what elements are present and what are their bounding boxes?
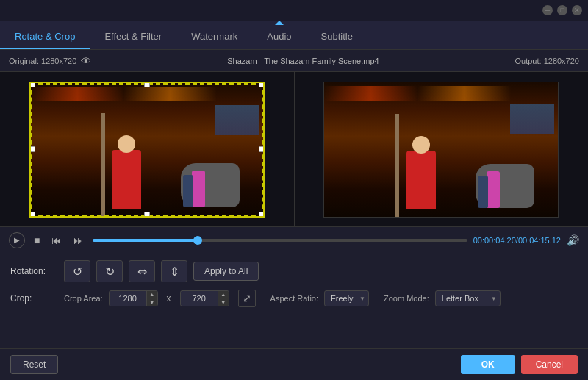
eye-icon[interactable]: 👁 xyxy=(81,55,91,67)
flip-h-button[interactable]: ⇔ xyxy=(129,260,155,282)
crop-height-input-group: ▲ ▼ xyxy=(180,290,229,306)
rotation-row: Rotation: ↺ ↻ ⇔ ⇕ Apply to All xyxy=(10,260,578,282)
progress-thumb[interactable] xyxy=(193,236,202,245)
preview-left xyxy=(0,72,295,226)
crop-height-up[interactable]: ▲ xyxy=(218,291,229,298)
reset-button[interactable]: Reset xyxy=(10,355,58,374)
aspect-ratio-dropdown-wrapper: Freely 16:9 4:3 1:1 9:16 xyxy=(324,290,369,306)
tab-effect-filter[interactable]: Effect & Filter xyxy=(90,25,176,49)
volume-icon[interactable]: 🔊 xyxy=(567,234,579,246)
video-frame-left xyxy=(29,82,265,218)
video-frame-right xyxy=(323,82,559,218)
tab-audio[interactable]: Audio xyxy=(252,25,306,49)
rotate-cw-button[interactable]: ↻ xyxy=(96,260,123,282)
scene-bg-left xyxy=(31,83,263,216)
original-size-label: Original: 1280x720 xyxy=(9,57,76,65)
zoom-mode-dropdown-wrapper: Letter Box Pan & Scan Full xyxy=(435,290,501,306)
crop-height-spinners: ▲ ▼ xyxy=(218,291,229,306)
cancel-button[interactable]: Cancel xyxy=(521,355,578,374)
crop-row: Crop: Crop Area: ▲ ▼ x ▲ ▼ ⤢ Aspect xyxy=(10,290,578,307)
filename: Shazam - The Shazam Family Scene.mp4 xyxy=(227,57,379,65)
stop-button[interactable]: ■ xyxy=(31,233,43,248)
crop-label: Crop: xyxy=(10,293,58,304)
crop-height-input[interactable] xyxy=(181,292,218,305)
step-forward-button[interactable]: ⏭ xyxy=(71,233,87,248)
rotate-ccw-button[interactable]: ↺ xyxy=(64,260,90,282)
controls-area: Rotation: ↺ ↻ ⇔ ⇕ Apply to All Crop: Cro… xyxy=(0,253,588,348)
maximize-button[interactable]: □ xyxy=(557,5,567,15)
file-info-bar: Original: 1280x720 👁 Shazam - The Shazam… xyxy=(0,50,588,72)
crop-width-spinners: ▲ ▼ xyxy=(146,291,157,306)
close-button[interactable]: ✕ xyxy=(572,5,582,15)
tab-bar: Rotate & Crop Effect & Filter Watermark … xyxy=(0,21,588,50)
step-back-button[interactable]: ⏮ xyxy=(49,233,65,248)
scene-pole xyxy=(101,113,105,216)
progress-fill xyxy=(93,239,198,242)
playback-bar: ▶ ■ ⏮ ⏭ 00:00:04.20/00:04:15.12 🔊 xyxy=(0,226,588,253)
minimize-button[interactable]: ─ xyxy=(542,5,553,15)
output-size-label: Output: 1280x720 xyxy=(515,57,579,65)
apply-to-all-button[interactable]: Apply to All xyxy=(193,262,259,281)
bottom-bar: Reset OK Cancel xyxy=(0,348,588,380)
main-content: Original: 1280x720 👁 Shazam - The Shazam… xyxy=(0,50,588,380)
aspect-ratio-dropdown[interactable]: Freely 16:9 4:3 1:1 9:16 xyxy=(324,290,369,306)
x-separator: x xyxy=(167,293,171,304)
crop-width-input[interactable] xyxy=(110,292,146,305)
tab-watermark[interactable]: Watermark xyxy=(176,25,252,49)
scene-bg-right xyxy=(324,82,558,217)
expand-icon[interactable]: ⤢ xyxy=(238,290,256,307)
aspect-ratio-label: Aspect Ratio: xyxy=(270,294,318,303)
tab-rotate-crop[interactable]: Rotate & Crop xyxy=(0,25,90,49)
crop-height-down[interactable]: ▼ xyxy=(218,298,229,306)
tab-indicator xyxy=(275,21,284,25)
flip-v-button[interactable]: ⇕ xyxy=(161,260,187,282)
scene-lights xyxy=(31,87,263,101)
preview-right xyxy=(295,72,589,226)
scene-lights-right xyxy=(324,86,558,101)
ok-button[interactable]: OK xyxy=(461,355,515,374)
crop-width-down[interactable]: ▼ xyxy=(147,298,157,306)
zoom-mode-dropdown[interactable]: Letter Box Pan & Scan Full xyxy=(435,290,501,306)
crop-area-label: Crop Area: xyxy=(64,294,103,303)
preview-area xyxy=(0,72,588,226)
title-bar: ─ □ ✕ xyxy=(0,0,588,21)
time-display: 00:00:04.20/00:04:15.12 xyxy=(473,236,561,245)
scene-pole-right xyxy=(395,114,399,217)
crop-width-input-group: ▲ ▼ xyxy=(109,290,158,306)
scene-crowd-left xyxy=(215,105,259,135)
scene-figure-left xyxy=(112,150,141,209)
scene-figure-right xyxy=(406,151,436,209)
file-info-left: Original: 1280x720 👁 xyxy=(9,55,91,67)
rotation-label: Rotation: xyxy=(10,266,58,276)
scene-crowd-right xyxy=(510,104,554,134)
crop-width-up[interactable]: ▲ xyxy=(147,291,157,298)
action-buttons: OK Cancel xyxy=(461,355,578,374)
zoom-mode-label: Zoom Mode: xyxy=(384,294,429,303)
tab-subtitle[interactable]: Subtitle xyxy=(306,25,368,49)
progress-bar[interactable] xyxy=(93,239,467,242)
play-button[interactable]: ▶ xyxy=(9,232,25,248)
